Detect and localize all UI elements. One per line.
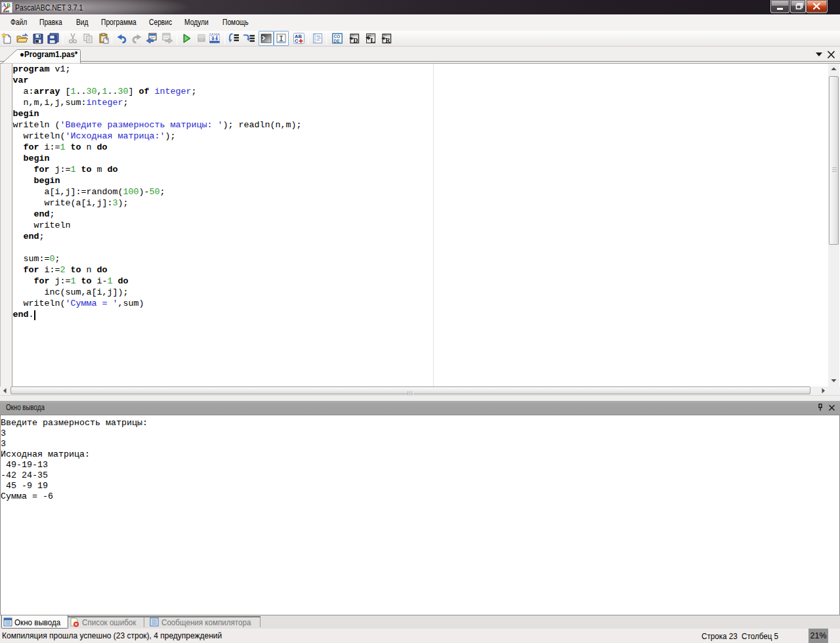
svg-text:.net: .net: [2, 9, 10, 14]
svg-text:C: C: [295, 38, 299, 44]
svg-text:L: L: [371, 37, 375, 44]
svg-text:A: A: [2, 2, 7, 9]
svg-text:R: R: [386, 37, 390, 44]
svg-text:DE: DE: [334, 39, 341, 43]
svg-text:F9: F9: [384, 34, 387, 37]
svg-text:F9: F9: [352, 34, 354, 37]
svg-text:D: D: [354, 37, 358, 44]
